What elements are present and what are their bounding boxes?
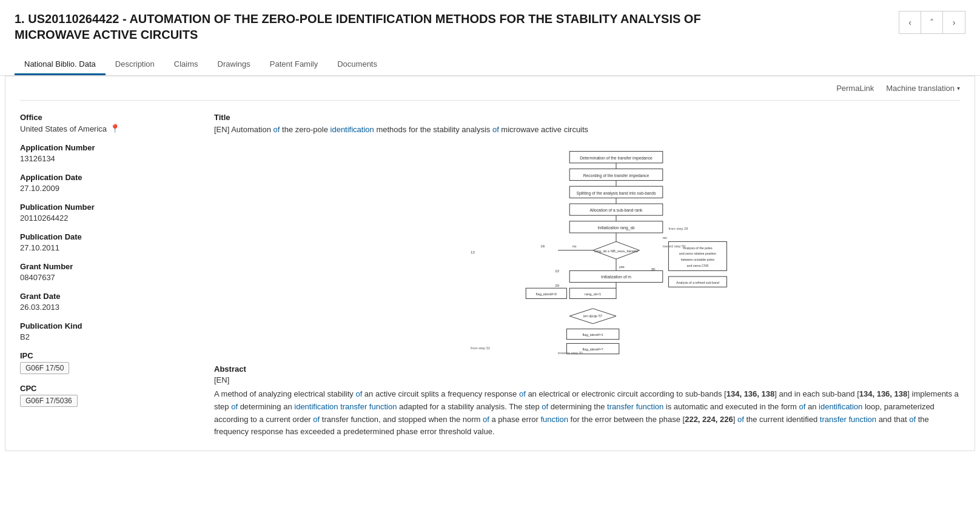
- nav-up-button[interactable]: ˄: [921, 12, 943, 33]
- svg-text:towards step 30: towards step 30: [558, 350, 583, 354]
- machine-translation-button[interactable]: Machine translation ▾: [886, 84, 960, 93]
- svg-text:no: no: [572, 244, 576, 247]
- page-title: 1. US20110264422 - AUTOMATION OF THE ZER…: [15, 11, 791, 42]
- abstract-text: A method of analyzing electrical stabili…: [214, 388, 960, 438]
- svg-text:Initialization rang_sb: Initialization rang_sb: [597, 226, 634, 230]
- svg-text:rang_sb ≤ NB_sous_bandes: rang_sb ≤ NB_sous_bandes: [594, 249, 639, 252]
- grant-number-label: Grant Number: [20, 262, 190, 271]
- office-label: Office: [20, 113, 190, 122]
- tab-drawings[interactable]: Drawings: [208, 55, 260, 75]
- pub-date-label: Publication Date: [20, 232, 190, 241]
- svg-text:12: 12: [471, 249, 475, 253]
- svg-text:no: no: [663, 235, 667, 239]
- svg-text:flag_identif=1: flag_identif=1: [582, 332, 603, 336]
- app-number-label: Application Number: [20, 143, 190, 152]
- svg-text:toward step 50: toward step 50: [663, 244, 686, 247]
- svg-text:and zeros relative position: and zeros relative position: [679, 252, 716, 255]
- dropdown-arrow-icon: ▾: [957, 85, 960, 92]
- tab-patent-family[interactable]: Patent Family: [260, 55, 327, 75]
- app-date-value: 27.10.2009: [20, 184, 190, 193]
- nav-next-button[interactable]: ›: [943, 12, 965, 33]
- tab-national-biblio[interactable]: National Biblio. Data: [15, 55, 106, 75]
- svg-text:Initialization of m: Initialization of m: [601, 274, 631, 278]
- grant-date-label: Grant Date: [20, 292, 190, 301]
- svg-text:16: 16: [540, 243, 545, 247]
- svg-text:20: 20: [555, 283, 559, 287]
- svg-text:from step 32: from step 32: [471, 346, 490, 349]
- app-number-value: 13126134: [20, 154, 190, 163]
- title-text: [EN] Automation of the zero-pole identif…: [214, 124, 960, 136]
- svg-text:Allocation of a sub-band rank: Allocation of a sub-band rank: [590, 208, 643, 212]
- svg-text:Analysis of a refined sub-band: Analysis of a refined sub-band: [676, 280, 719, 284]
- svg-text:from step 28: from step 28: [668, 227, 688, 230]
- abstract-label: Abstract: [214, 364, 960, 374]
- svg-text:flag_identif=0: flag_identif=0: [536, 292, 557, 295]
- permalink-button[interactable]: PermaLink: [836, 84, 874, 93]
- tab-documents[interactable]: Documents: [327, 55, 387, 75]
- tab-bar: National Biblio. Data Description Claims…: [0, 49, 980, 76]
- svg-text:30: 30: [651, 267, 656, 271]
- grant-number-value: 08407637: [20, 273, 190, 282]
- svg-text:between unstable poles: between unstable poles: [681, 258, 715, 261]
- cpc-label: CPC: [20, 384, 190, 393]
- grant-date-value: 26.03.2013: [20, 303, 190, 312]
- abstract-lang: [EN]: [214, 375, 960, 384]
- pub-number-label: Publication Number: [20, 203, 190, 212]
- svg-text:and zeros CNS: and zeros CNS: [687, 263, 709, 267]
- app-date-label: Application Date: [20, 173, 190, 182]
- ipc-value: G06F 17/50: [20, 362, 190, 374]
- svg-text:Recording of the transfer impe: Recording of the transfer impedance: [583, 173, 649, 178]
- svg-text:Splitting of the analysis band: Splitting of the analysis band into sub-…: [576, 190, 656, 195]
- office-value: United States of America 📍: [20, 124, 190, 133]
- pub-kind-value: B2: [20, 332, 190, 341]
- location-icon: 📍: [110, 124, 120, 133]
- svg-text:yes: yes: [619, 264, 625, 268]
- ipc-label: IPC: [20, 351, 190, 360]
- svg-text:Analysis of the poles: Analysis of the poles: [683, 246, 713, 249]
- patent-diagram: Determination of the transfer impedance …: [441, 146, 733, 355]
- tab-claims[interactable]: Claims: [164, 55, 208, 75]
- tab-description[interactable]: Description: [106, 55, 164, 75]
- pub-kind-label: Publication Kind: [20, 321, 190, 330]
- svg-text:22: 22: [555, 269, 559, 273]
- cpc-value: G06F 17/5036: [20, 395, 190, 407]
- title-label: Title: [214, 113, 960, 122]
- svg-text:rang_sb=1: rang_sb=1: [585, 292, 601, 295]
- svg-text:|err-ψ|≤|φ-?|?: |err-ψ|≤|φ-?|?: [583, 314, 602, 318]
- pub-number-value: 20110264422: [20, 213, 190, 223]
- pub-date-value: 27.10.2011: [20, 243, 190, 252]
- svg-text:Determination of the transfer : Determination of the transfer impedance: [580, 156, 653, 161]
- svg-text:flag_identif=?: flag_identif=?: [582, 347, 603, 350]
- nav-prev-button[interactable]: ‹: [899, 12, 921, 33]
